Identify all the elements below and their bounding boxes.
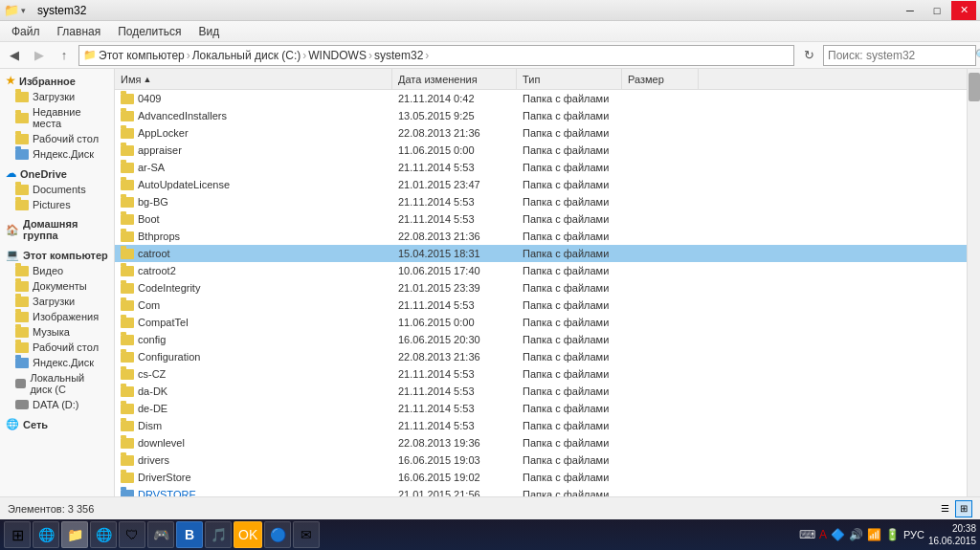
taskbar-explorer[interactable]: 📁 <box>61 521 88 548</box>
sidebar-item-images[interactable]: Изображения <box>0 309 114 324</box>
table-row[interactable]: catroot210.06.2015 17:40Папка с файлами <box>115 262 967 279</box>
taskbar: ⊞ 🌐 📁 🌐 🛡 🎮 B 🎵 OK 🔵 ✉ ⌨ A 🔷 🔊 📶 🔋 РУС 2… <box>0 519 980 550</box>
taskbar-shield[interactable]: 🛡 <box>119 521 145 548</box>
folder-icon <box>121 231 134 242</box>
sidebar-item-recent[interactable]: Недавние места <box>0 104 114 131</box>
cell-name: appraiser <box>115 142 392 159</box>
table-row[interactable]: AdvancedInstallers13.05.2015 9:25Папка с… <box>115 107 967 124</box>
table-row[interactable]: Dism21.11.2014 5:53Папка с файлами <box>115 417 967 434</box>
table-row[interactable]: DRVSTORE21.01.2015 21:56Папка с файлами <box>115 486 967 496</box>
sidebar-item-yandex2[interactable]: Яндекс.Диск <box>0 355 114 370</box>
forward-button[interactable]: ▶ <box>29 45 50 66</box>
title-bar-left: 📁 ▾ system32 <box>4 3 86 17</box>
col-header-type[interactable]: Тип <box>517 69 622 89</box>
cell-type: Папка с файлами <box>517 297 622 314</box>
table-row[interactable]: CompatTel11.06.2015 0:00Папка с файлами <box>115 314 967 331</box>
cell-date: 21.11.2014 5:53 <box>392 297 517 314</box>
sidebar-item-video[interactable]: Видео <box>0 263 114 278</box>
cell-size <box>622 107 699 124</box>
view-details-btn[interactable]: ☰ <box>936 500 953 517</box>
table-row[interactable]: catroot15.04.2015 18:31Папка с файлами <box>115 245 967 262</box>
table-row[interactable]: bg-BG21.11.2014 5:53Папка с файлами <box>115 193 967 210</box>
folder-icon <box>15 327 29 338</box>
taskbar-chrome2[interactable]: 🔵 <box>264 521 291 548</box>
table-row[interactable]: cs-CZ21.11.2014 5:53Папка с файлами <box>115 365 967 383</box>
taskbar-b[interactable]: B <box>176 521 203 548</box>
sidebar-item-d-drive[interactable]: DATA (D:) <box>0 397 114 412</box>
table-row[interactable]: de-DE21.11.2014 5:53Папка с файлами <box>115 400 967 417</box>
table-row[interactable]: Bthprops22.08.2013 21:36Папка с файлами <box>115 228 967 245</box>
menu-file[interactable]: Файл <box>4 23 48 40</box>
sidebar-item-yandex[interactable]: Яндекс.Диск <box>0 146 114 162</box>
table-row[interactable]: ar-SA21.11.2014 5:53Папка с файлами <box>115 159 967 176</box>
search-input[interactable] <box>828 49 971 62</box>
table-row[interactable]: appraiser11.06.2015 0:00Папка с файлами <box>115 142 967 159</box>
taskbar-odnoklassniki[interactable]: OK <box>234 521 262 548</box>
maximize-button[interactable]: □ <box>924 1 949 20</box>
sidebar-item-documents[interactable]: Documents <box>0 182 114 197</box>
menu-home[interactable]: Главная <box>50 23 109 40</box>
table-row[interactable]: Com21.11.2014 5:53Папка с файлами <box>115 297 967 314</box>
taskbar-game[interactable]: 🎮 <box>147 521 174 548</box>
back-button[interactable]: ◀ <box>4 45 25 66</box>
path-system32[interactable]: system32 <box>374 49 423 62</box>
address-path[interactable]: 📁 Этот компьютер › Локальный диск (C:) ›… <box>78 45 794 66</box>
table-row[interactable]: CodeIntegrity21.01.2015 23:39Папка с фай… <box>115 279 967 297</box>
path-c-drive[interactable]: Локальный диск (C:) <box>192 49 301 62</box>
table-row[interactable]: downlevel22.08.2013 19:36Папка с файлами <box>115 434 967 451</box>
view-list-btn[interactable]: ⊞ <box>955 500 972 517</box>
sidebar-item-dl[interactable]: Загрузки <box>0 294 114 309</box>
address-bar: ◀ ▶ ↑ 📁 Этот компьютер › Локальный диск … <box>0 42 980 69</box>
taskbar-chrome[interactable]: 🌐 <box>90 521 117 548</box>
sidebar-item-desktop[interactable]: Рабочий стол <box>0 131 114 146</box>
cell-size <box>622 245 699 262</box>
cell-type: Папка с файлами <box>517 400 622 417</box>
col-header-name[interactable]: Имя ▲ <box>115 69 392 89</box>
table-row[interactable]: drivers16.06.2015 19:03Папка с файлами <box>115 451 967 469</box>
cell-size <box>622 159 699 176</box>
folder-icon <box>15 297 29 307</box>
sidebar-item-docs[interactable]: Документы <box>0 278 114 294</box>
table-row[interactable]: config16.06.2015 20:30Папка с файлами <box>115 331 967 348</box>
path-windows[interactable]: WINDOWS <box>308 49 367 62</box>
cell-size <box>622 297 699 314</box>
sidebar-item-music[interactable]: Музыка <box>0 324 114 340</box>
cloud-icon: ☁ <box>6 167 16 180</box>
quick-save-btn[interactable]: ▾ <box>21 6 26 15</box>
refresh-button[interactable]: ↻ <box>798 45 819 66</box>
table-row[interactable]: 040921.11.2014 0:42Папка с файлами <box>115 90 967 107</box>
table-row[interactable]: AutoUpdateLicense21.01.2015 23:47Папка с… <box>115 176 967 193</box>
sidebar-item-pictures[interactable]: Pictures <box>0 197 114 212</box>
table-row[interactable]: DriverStore16.06.2015 19:02Папка с файла… <box>115 469 967 486</box>
menu-share[interactable]: Поделиться <box>110 23 189 40</box>
taskbar-start[interactable]: ⊞ <box>4 521 31 548</box>
table-row[interactable]: AppLocker22.08.2013 21:36Папка с файлами <box>115 124 967 142</box>
col-header-date[interactable]: Дата изменения <box>392 69 517 89</box>
menu-view[interactable]: Вид <box>190 23 227 40</box>
star-icon: ★ <box>6 75 15 87</box>
folder-icon <box>15 266 29 276</box>
minimize-button[interactable]: ─ <box>898 1 923 20</box>
table-row[interactable]: Boot21.11.2014 5:53Папка с файлами <box>115 210 967 228</box>
cell-size <box>622 417 699 434</box>
taskbar-ie[interactable]: 🌐 <box>33 521 59 548</box>
sidebar-item-c-drive[interactable]: Локальный диск (C <box>0 370 114 397</box>
up-button[interactable]: ↑ <box>54 45 75 66</box>
taskbar-music[interactable]: 🎵 <box>205 521 232 548</box>
cell-name: ar-SA <box>115 159 392 176</box>
cell-size <box>622 314 699 331</box>
close-button[interactable]: ✕ <box>951 1 976 20</box>
table-row[interactable]: Configuration22.08.2013 21:36Папка с фай… <box>115 348 967 365</box>
taskbar-mail[interactable]: ✉ <box>293 521 320 548</box>
search-box[interactable]: 🔍 <box>823 45 976 66</box>
path-computer[interactable]: Этот компьютер <box>99 49 185 62</box>
sidebar-item-desktop2[interactable]: Рабочий стол <box>0 340 114 355</box>
folder-icon <box>121 249 134 259</box>
scrollbar[interactable] <box>967 69 980 496</box>
col-header-size[interactable]: Размер <box>622 69 699 89</box>
folder-icon <box>121 404 134 414</box>
table-row[interactable]: da-DK21.11.2014 5:53Папка с файлами <box>115 383 967 400</box>
cell-name: DriverStore <box>115 469 392 486</box>
cell-size <box>622 383 699 400</box>
sidebar-item-downloads[interactable]: Загрузки <box>0 89 114 104</box>
